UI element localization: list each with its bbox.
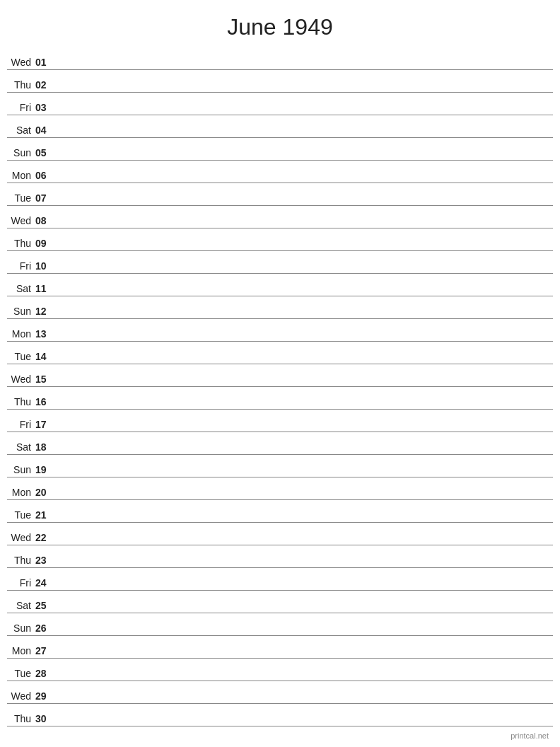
day-name: Wed: [7, 532, 35, 543]
day-row: Fri03: [7, 93, 553, 115]
day-number: 11: [35, 283, 55, 294]
day-row: Sun26: [7, 613, 553, 636]
day-row: Wed01: [7, 47, 553, 70]
day-row: Sat04: [7, 115, 553, 138]
day-row: Sat18: [7, 432, 553, 455]
day-name: Sun: [7, 147, 35, 158]
day-name: Mon: [7, 328, 35, 340]
day-row: Tue14: [7, 342, 553, 364]
day-row: Sun12: [7, 296, 553, 319]
day-name: Thu: [7, 555, 35, 566]
day-name: Thu: [7, 79, 35, 91]
day-name: Sun: [7, 464, 35, 475]
day-row: Thu02: [7, 70, 553, 93]
day-name: Sat: [7, 600, 35, 611]
day-name: Thu: [7, 713, 35, 724]
day-name: Sat: [7, 283, 35, 294]
day-row: Mon20: [7, 477, 553, 500]
day-number: 30: [35, 713, 55, 724]
day-row: Fri10: [7, 251, 553, 274]
day-number: 19: [35, 464, 55, 475]
day-number: 14: [35, 351, 55, 362]
day-row: Wed08: [7, 206, 553, 228]
day-name: Mon: [7, 645, 35, 656]
day-row: Mon13: [7, 319, 553, 342]
day-number: 18: [35, 441, 55, 453]
day-name: Mon: [7, 487, 35, 498]
day-number: 15: [35, 374, 55, 385]
day-name: Tue: [7, 509, 35, 521]
day-name: Tue: [7, 351, 35, 362]
day-name: Sat: [7, 441, 35, 453]
day-row: Tue07: [7, 183, 553, 206]
day-number: 09: [35, 238, 55, 249]
day-name: Tue: [7, 192, 35, 204]
footer-text: printcal.net: [511, 731, 549, 740]
day-number: 17: [35, 419, 55, 430]
day-row: Sat25: [7, 591, 553, 613]
day-number: 02: [35, 79, 55, 91]
day-name: Wed: [7, 215, 35, 226]
day-name: Fri: [7, 419, 35, 430]
day-number: 16: [35, 396, 55, 407]
day-number: 01: [35, 57, 55, 68]
day-row: Thu09: [7, 228, 553, 251]
day-name: Fri: [7, 577, 35, 589]
day-row: Sat11: [7, 274, 553, 296]
day-row: Tue28: [7, 659, 553, 681]
day-number: 06: [35, 170, 55, 181]
day-name: Sun: [7, 306, 35, 317]
day-number: 28: [35, 668, 55, 679]
day-name: Wed: [7, 690, 35, 702]
day-number: 07: [35, 192, 55, 204]
calendar-grid: Wed01Thu02Fri03Sat04Sun05Mon06Tue07Wed08…: [0, 47, 560, 726]
day-row: Thu16: [7, 387, 553, 410]
day-row: Sun19: [7, 455, 553, 477]
day-number: 25: [35, 600, 55, 611]
day-name: Tue: [7, 668, 35, 679]
day-name: Wed: [7, 57, 35, 68]
day-row: Thu30: [7, 704, 553, 726]
day-name: Thu: [7, 396, 35, 407]
day-number: 26: [35, 622, 55, 634]
day-row: Mon06: [7, 161, 553, 183]
day-number: 03: [35, 102, 55, 113]
day-name: Thu: [7, 238, 35, 249]
day-row: Tue21: [7, 500, 553, 523]
day-number: 22: [35, 532, 55, 543]
day-row: Fri24: [7, 568, 553, 591]
day-row: Fri17: [7, 410, 553, 432]
day-number: 05: [35, 147, 55, 158]
page-title: June 1949: [0, 0, 560, 47]
day-name: Sun: [7, 622, 35, 634]
day-number: 20: [35, 487, 55, 498]
day-name: Wed: [7, 374, 35, 385]
day-name: Fri: [7, 102, 35, 113]
day-row: Wed15: [7, 364, 553, 387]
day-name: Sat: [7, 124, 35, 136]
day-number: 24: [35, 577, 55, 589]
day-number: 27: [35, 645, 55, 656]
day-row: Thu23: [7, 545, 553, 568]
day-number: 10: [35, 260, 55, 272]
day-number: 08: [35, 215, 55, 226]
day-number: 04: [35, 124, 55, 136]
day-row: Sun05: [7, 138, 553, 161]
day-name: Mon: [7, 170, 35, 181]
day-row: Mon27: [7, 636, 553, 659]
day-row: Wed29: [7, 681, 553, 704]
day-name: Fri: [7, 260, 35, 272]
day-number: 21: [35, 509, 55, 521]
day-number: 13: [35, 328, 55, 340]
day-number: 23: [35, 555, 55, 566]
day-number: 12: [35, 306, 55, 317]
day-row: Wed22: [7, 523, 553, 545]
day-number: 29: [35, 690, 55, 702]
